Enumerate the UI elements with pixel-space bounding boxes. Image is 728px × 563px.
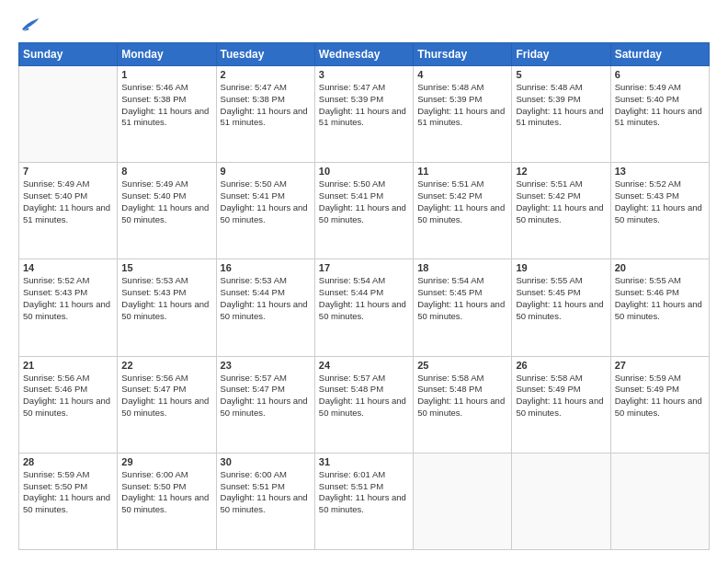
calendar-header-row: SundayMondayTuesdayWednesdayThursdayFrid… xyxy=(19,43,710,66)
logo xyxy=(18,17,40,33)
calendar-day-cell: 10Sunrise: 5:50 AMSunset: 5:41 PMDayligh… xyxy=(314,163,413,259)
day-detail: Sunrise: 5:55 AMSunset: 5:46 PMDaylight:… xyxy=(615,275,705,322)
day-detail: Sunrise: 5:55 AMSunset: 5:45 PMDaylight:… xyxy=(516,275,606,322)
day-number: 20 xyxy=(615,262,705,273)
calendar-header-cell: Monday xyxy=(118,43,216,66)
calendar-day-cell: 9Sunrise: 5:50 AMSunset: 5:41 PMDaylight… xyxy=(216,163,314,259)
calendar-header-cell: Friday xyxy=(512,43,610,66)
day-detail: Sunrise: 5:48 AMSunset: 5:39 PMDaylight:… xyxy=(417,82,507,129)
day-number: 4 xyxy=(417,69,507,80)
day-number: 11 xyxy=(417,166,507,177)
day-number: 1 xyxy=(121,69,211,80)
day-number: 6 xyxy=(615,69,705,80)
day-detail: Sunrise: 5:56 AMSunset: 5:46 PMDaylight:… xyxy=(23,373,113,419)
day-number: 24 xyxy=(319,360,409,371)
day-number: 15 xyxy=(121,262,211,273)
calendar-header-cell: Wednesday xyxy=(314,43,413,66)
calendar-day-cell xyxy=(610,453,709,549)
calendar-day-cell: 8Sunrise: 5:49 AMSunset: 5:40 PMDaylight… xyxy=(118,163,216,259)
calendar-day-cell: 11Sunrise: 5:51 AMSunset: 5:42 PMDayligh… xyxy=(414,163,512,259)
day-number: 30 xyxy=(221,456,311,467)
day-detail: Sunrise: 5:54 AMSunset: 5:45 PMDaylight:… xyxy=(417,275,507,322)
day-detail: Sunrise: 6:01 AMSunset: 5:51 PMDaylight:… xyxy=(319,469,409,516)
day-detail: Sunrise: 6:00 AMSunset: 5:51 PMDaylight:… xyxy=(221,469,311,516)
calendar-day-cell: 3Sunrise: 5:47 AMSunset: 5:39 PMDaylight… xyxy=(314,66,413,163)
calendar-day-cell: 18Sunrise: 5:54 AMSunset: 5:45 PMDayligh… xyxy=(414,259,512,356)
day-number: 21 xyxy=(23,360,113,371)
calendar-day-cell: 29Sunrise: 6:00 AMSunset: 5:50 PMDayligh… xyxy=(118,453,216,549)
calendar-week-row: 1Sunrise: 5:46 AMSunset: 5:38 PMDaylight… xyxy=(19,66,710,163)
day-number: 19 xyxy=(516,262,606,273)
calendar-week-row: 14Sunrise: 5:52 AMSunset: 5:43 PMDayligh… xyxy=(19,259,710,356)
calendar-day-cell: 16Sunrise: 5:53 AMSunset: 5:44 PMDayligh… xyxy=(216,259,314,356)
calendar-day-cell: 7Sunrise: 5:49 AMSunset: 5:40 PMDaylight… xyxy=(19,163,118,259)
day-detail: Sunrise: 5:49 AMSunset: 5:40 PMDaylight:… xyxy=(121,178,211,225)
day-detail: Sunrise: 5:47 AMSunset: 5:39 PMDaylight:… xyxy=(319,82,409,129)
day-detail: Sunrise: 5:51 AMSunset: 5:42 PMDaylight:… xyxy=(417,178,507,225)
day-number: 7 xyxy=(23,166,113,177)
day-detail: Sunrise: 6:00 AMSunset: 5:50 PMDaylight:… xyxy=(121,469,211,516)
calendar-day-cell: 25Sunrise: 5:58 AMSunset: 5:48 PMDayligh… xyxy=(414,356,512,453)
day-detail: Sunrise: 5:53 AMSunset: 5:44 PMDaylight:… xyxy=(221,275,311,322)
day-number: 31 xyxy=(319,456,409,467)
day-number: 16 xyxy=(221,262,311,273)
calendar-day-cell: 22Sunrise: 5:56 AMSunset: 5:47 PMDayligh… xyxy=(118,356,216,453)
day-detail: Sunrise: 5:58 AMSunset: 5:48 PMDaylight:… xyxy=(417,373,507,419)
calendar-day-cell: 26Sunrise: 5:58 AMSunset: 5:49 PMDayligh… xyxy=(512,356,610,453)
calendar-body: 1Sunrise: 5:46 AMSunset: 5:38 PMDaylight… xyxy=(19,66,710,550)
day-number: 29 xyxy=(121,456,211,467)
day-number: 28 xyxy=(23,456,113,467)
calendar-day-cell xyxy=(19,66,118,163)
calendar-day-cell: 19Sunrise: 5:55 AMSunset: 5:45 PMDayligh… xyxy=(512,259,610,356)
calendar-header-cell: Sunday xyxy=(19,43,118,66)
calendar-day-cell: 2Sunrise: 5:47 AMSunset: 5:38 PMDaylight… xyxy=(216,66,314,163)
calendar-header-cell: Saturday xyxy=(610,43,709,66)
day-number: 26 xyxy=(516,360,606,371)
calendar-day-cell: 13Sunrise: 5:52 AMSunset: 5:43 PMDayligh… xyxy=(610,163,709,259)
day-detail: Sunrise: 5:52 AMSunset: 5:43 PMDaylight:… xyxy=(615,178,705,225)
calendar-day-cell: 14Sunrise: 5:52 AMSunset: 5:43 PMDayligh… xyxy=(19,259,118,356)
day-detail: Sunrise: 5:59 AMSunset: 5:49 PMDaylight:… xyxy=(615,373,705,419)
day-number: 8 xyxy=(121,166,211,177)
day-number: 14 xyxy=(23,262,113,273)
calendar-table: SundayMondayTuesdayWednesdayThursdayFrid… xyxy=(18,42,710,550)
calendar-week-row: 7Sunrise: 5:49 AMSunset: 5:40 PMDaylight… xyxy=(19,163,710,259)
day-number: 25 xyxy=(417,360,507,371)
day-detail: Sunrise: 5:47 AMSunset: 5:38 PMDaylight:… xyxy=(221,82,311,129)
day-number: 22 xyxy=(121,360,211,371)
calendar-day-cell: 27Sunrise: 5:59 AMSunset: 5:49 PMDayligh… xyxy=(610,356,709,453)
calendar-day-cell: 30Sunrise: 6:00 AMSunset: 5:51 PMDayligh… xyxy=(216,453,314,549)
calendar-week-row: 28Sunrise: 5:59 AMSunset: 5:50 PMDayligh… xyxy=(19,453,710,549)
calendar-day-cell: 5Sunrise: 5:48 AMSunset: 5:39 PMDaylight… xyxy=(512,66,610,163)
calendar-day-cell: 15Sunrise: 5:53 AMSunset: 5:43 PMDayligh… xyxy=(118,259,216,356)
calendar-day-cell: 4Sunrise: 5:48 AMSunset: 5:39 PMDaylight… xyxy=(414,66,512,163)
day-detail: Sunrise: 5:49 AMSunset: 5:40 PMDaylight:… xyxy=(615,82,705,129)
day-number: 27 xyxy=(615,360,705,371)
day-detail: Sunrise: 5:57 AMSunset: 5:47 PMDaylight:… xyxy=(221,373,311,419)
day-number: 23 xyxy=(221,360,311,371)
calendar-day-cell xyxy=(512,453,610,549)
day-number: 12 xyxy=(516,166,606,177)
calendar-header-cell: Thursday xyxy=(414,43,512,66)
calendar-day-cell: 17Sunrise: 5:54 AMSunset: 5:44 PMDayligh… xyxy=(314,259,413,356)
day-number: 10 xyxy=(319,166,409,177)
day-detail: Sunrise: 5:58 AMSunset: 5:49 PMDaylight:… xyxy=(516,373,606,419)
calendar-day-cell xyxy=(414,453,512,549)
day-number: 13 xyxy=(615,166,705,177)
day-detail: Sunrise: 5:48 AMSunset: 5:39 PMDaylight:… xyxy=(516,82,606,129)
day-detail: Sunrise: 5:56 AMSunset: 5:47 PMDaylight:… xyxy=(121,373,211,419)
day-number: 5 xyxy=(516,69,606,80)
day-number: 3 xyxy=(319,69,409,80)
day-detail: Sunrise: 5:54 AMSunset: 5:44 PMDaylight:… xyxy=(319,275,409,322)
day-detail: Sunrise: 5:51 AMSunset: 5:42 PMDaylight:… xyxy=(516,178,606,225)
day-number: 17 xyxy=(319,262,409,273)
day-number: 9 xyxy=(221,166,311,177)
day-detail: Sunrise: 5:49 AMSunset: 5:40 PMDaylight:… xyxy=(23,178,113,225)
day-detail: Sunrise: 5:59 AMSunset: 5:50 PMDaylight:… xyxy=(23,469,113,516)
calendar-day-cell: 23Sunrise: 5:57 AMSunset: 5:47 PMDayligh… xyxy=(216,356,314,453)
calendar-day-cell: 28Sunrise: 5:59 AMSunset: 5:50 PMDayligh… xyxy=(19,453,118,549)
day-detail: Sunrise: 5:46 AMSunset: 5:38 PMDaylight:… xyxy=(121,82,211,129)
calendar-day-cell: 21Sunrise: 5:56 AMSunset: 5:46 PMDayligh… xyxy=(19,356,118,453)
calendar-day-cell: 12Sunrise: 5:51 AMSunset: 5:42 PMDayligh… xyxy=(512,163,610,259)
header xyxy=(18,17,710,33)
